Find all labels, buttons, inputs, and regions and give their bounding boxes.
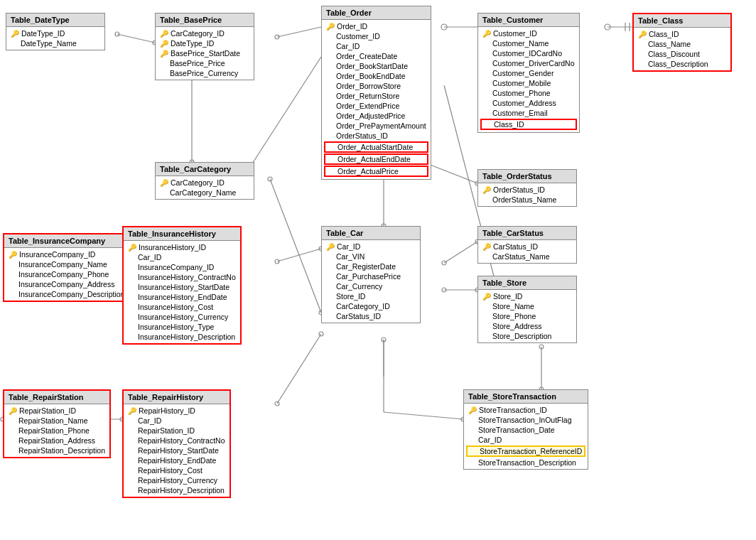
table-title-table_repairstation: Table_RepairStation: [4, 391, 109, 404]
table-table_orderstatus[interactable]: Table_OrderStatus🔑OrderStatus_IDOrderSta…: [477, 169, 577, 207]
field-name: RepairHistory_StartDate: [138, 446, 219, 455]
field-repairhistory_cost: RepairHistory_Cost: [124, 465, 230, 475]
table-table_order[interactable]: Table_Order🔑Order_IDCustomer_IDCar_IDOrd…: [321, 6, 431, 180]
field-customer_idcardno: Customer_IDCardNo: [478, 48, 579, 58]
field-name: BasePrice_Currency: [170, 69, 238, 77]
field-order_actualstartdate: Order_ActualStartDate: [324, 141, 428, 153]
field-class_description: Class_Description: [634, 59, 730, 69]
table-table_baseprice[interactable]: Table_BasePrice🔑CarCategory_ID🔑DateType_…: [155, 13, 254, 80]
field-name: RepairStation_Description: [18, 446, 105, 455]
key-icon: 🔑: [326, 23, 335, 31]
table-table_insurancecompany[interactable]: Table_InsuranceCompany🔑InsuranceCompany_…: [3, 233, 130, 302]
field-name: InsuranceHistory_ID: [139, 243, 206, 252]
field-name: RepairStation_Phone: [18, 426, 90, 435]
svg-point-40: [319, 332, 323, 336]
table-title-table_carcategory: Table_CarCategory: [156, 163, 254, 176]
table-table_store[interactable]: Table_Store🔑Store_IDStore_NameStore_Phon…: [477, 276, 577, 343]
table-body-table_insurancecompany: 🔑InsuranceCompany_IDInsuranceCompany_Nam…: [4, 248, 129, 301]
key-icon: 🔑: [482, 30, 491, 38]
field-order_id: 🔑Order_ID: [322, 21, 431, 31]
field-name: OrderStatus_Name: [492, 195, 556, 204]
field-name: InsuranceHistory_ContractNo: [138, 273, 236, 281]
field-order_bookstartdate: Order_BookStartDate: [322, 61, 431, 71]
table-table_insurancehistory[interactable]: Table_InsuranceHistory🔑InsuranceHistory_…: [122, 226, 242, 345]
key-icon: 🔑: [160, 50, 168, 58]
field-name: InsuranceHistory_EndDate: [138, 293, 227, 301]
field-name: Order_ActualPrice: [338, 167, 399, 176]
table-table_repairhistory[interactable]: Table_RepairHistory🔑RepairHistory_IDCar_…: [122, 389, 231, 498]
table-title-table_insurancehistory: Table_InsuranceHistory: [124, 227, 240, 241]
field-customer_drivercardno: Customer_DriverCardNo: [478, 58, 579, 68]
table-table_carstatus[interactable]: Table_CarStatus🔑CarStatus_IDCarStatus_Na…: [477, 226, 577, 264]
field-name: Customer_Mobile: [492, 79, 551, 87]
table-title-table_storetransaction: Table_StoreTransaction: [464, 390, 588, 404]
field-customer_id: Customer_ID: [322, 31, 431, 41]
field-name: RepairHistory_ContractNo: [138, 436, 225, 445]
svg-line-35: [384, 412, 463, 419]
table-table_repairstation[interactable]: Table_RepairStation🔑RepairStation_IDRepa…: [3, 389, 111, 458]
field-baseprice_startdate: 🔑BasePrice_StartDate: [156, 48, 254, 58]
field-name: CarStatus_Name: [492, 252, 550, 261]
field-order_prepaymentamount: Order_PrePaymentAmount: [322, 121, 431, 131]
field-insurancecompany_phone: InsuranceCompany_Phone: [4, 269, 129, 279]
field-name: Class_Description: [648, 60, 708, 68]
field-class_id: 🔑Class_ID: [634, 29, 730, 39]
table-title-table_car: Table_Car: [322, 227, 420, 240]
field-customer_phone: Customer_Phone: [478, 88, 579, 98]
field-name: Store_ID: [336, 292, 365, 301]
field-name: CarCategory_ID: [171, 178, 225, 187]
table-title-table_repairhistory: Table_RepairHistory: [124, 391, 230, 404]
field-name: Customer_Address: [492, 99, 556, 107]
table-table_car[interactable]: Table_Car🔑Car_IDCar_VINCar_RegisterDateC…: [321, 226, 421, 323]
field-car_purchaseprice: Car_PurchasePrice: [322, 271, 420, 281]
field-car_vin: Car_VIN: [322, 252, 420, 261]
table-table_carcategory[interactable]: Table_CarCategory🔑CarCategory_IDCarCateg…: [155, 162, 254, 200]
field-datetype_name: DateType_Name: [6, 38, 104, 48]
field-name: Class_Name: [648, 40, 691, 48]
field-order_borrowstore: Order_BorrowStore: [322, 81, 431, 91]
field-name: StoreTransaction_InOutFlag: [478, 416, 572, 424]
field-customer_name: Customer_Name: [478, 38, 579, 48]
table-body-table_class: 🔑Class_IDClass_NameClass_DiscountClass_D…: [634, 28, 730, 70]
svg-point-12: [605, 24, 610, 30]
table-body-table_baseprice: 🔑CarCategory_ID🔑DateType_ID🔑BasePrice_St…: [156, 27, 254, 80]
table-table_class[interactable]: Table_Class🔑Class_IDClass_NameClass_Disc…: [632, 13, 732, 72]
field-insurancehistory_startdate: InsuranceHistory_StartDate: [124, 282, 240, 292]
table-body-table_storetransaction: 🔑StoreTransaction_IDStoreTransaction_InO…: [464, 404, 588, 469]
field-name: Order_ReturnStore: [336, 92, 399, 100]
field-repairstation_name: RepairStation_Name: [4, 416, 109, 426]
field-name: CarCategory_ID: [171, 29, 225, 38]
field-repairstation_id: RepairStation_ID: [124, 426, 230, 436]
field-name: Order_CreateDate: [336, 52, 397, 60]
svg-line-24: [277, 249, 321, 261]
field-customer_mobile: Customer_Mobile: [478, 78, 579, 88]
field-name: InsuranceCompany_ID: [138, 263, 214, 271]
table-table_customer[interactable]: Table_Customer🔑Customer_IDCustomer_NameC…: [477, 13, 580, 133]
table-table_datetype[interactable]: Table_DateType🔑DateType_IDDateType_Name: [6, 13, 105, 50]
svg-line-0: [117, 34, 155, 43]
key-icon: 🔑: [9, 251, 17, 259]
field-name: Order_ID: [337, 22, 367, 31]
field-name: DateType_ID: [21, 29, 65, 38]
table-body-table_repairhistory: 🔑RepairHistory_IDCar_IDRepairStation_IDR…: [124, 404, 230, 497]
key-icon: 🔑: [160, 179, 168, 187]
key-icon: 🔑: [326, 243, 335, 251]
field-repairhistory_id: 🔑RepairHistory_ID: [124, 406, 230, 416]
field-orderstatus_id: 🔑OrderStatus_ID: [478, 185, 576, 195]
key-icon: 🔑: [482, 243, 491, 251]
field-insurancehistory_description: InsuranceHistory_Description: [124, 332, 240, 342]
field-insurancehistory_cost: InsuranceHistory_Cost: [124, 302, 240, 312]
field-store_phone: Store_Phone: [478, 311, 576, 321]
field-order_adjustedprice: Order_AdjustedPrice: [322, 111, 431, 121]
field-name: InsuranceCompany_Description: [18, 290, 124, 298]
field-carstatus_id: CarStatus_ID: [322, 311, 420, 321]
field-storetransaction_date: StoreTransaction_Date: [464, 425, 588, 435]
field-name: Order_ActualEndDate: [338, 155, 411, 163]
table-table_storetransaction[interactable]: Table_StoreTransaction🔑StoreTransaction_…: [463, 389, 588, 470]
table-title-table_order: Table_Order: [322, 6, 431, 20]
field-name: DateType_ID: [171, 39, 214, 48]
svg-point-39: [275, 401, 279, 406]
field-name: CarStatus_ID: [336, 312, 381, 320]
field-repairhistory_currency: RepairHistory_Currency: [124, 475, 230, 485]
field-order_actualprice: Order_ActualPrice: [324, 166, 428, 177]
